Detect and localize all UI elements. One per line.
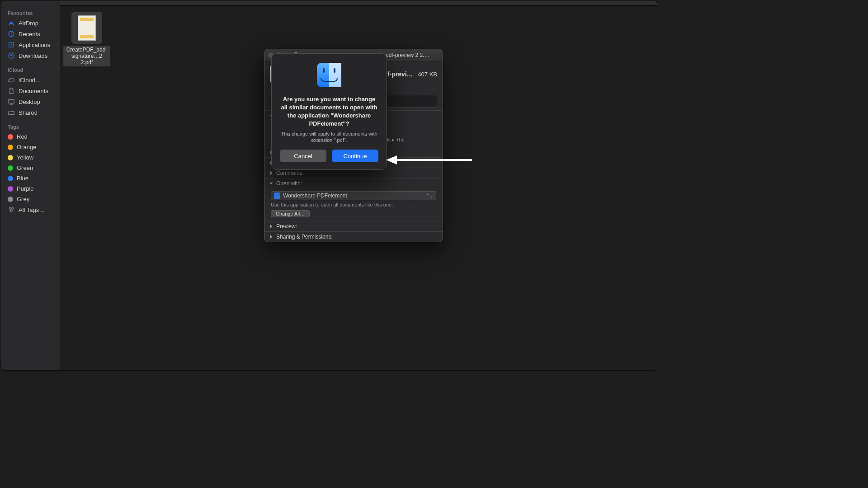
chevron-right-icon: [269, 171, 274, 175]
file-thumbnail: [71, 12, 102, 44]
section-header-open-with[interactable]: Open with:: [264, 178, 443, 188]
dialog-body: This change will apply to all documents …: [280, 131, 378, 143]
chevron-down-icon: [269, 181, 274, 186]
chevron-right-icon: [269, 224, 274, 229]
document-icon: [8, 87, 15, 94]
dialog-headline: Are you sure you want to change all simi…: [280, 95, 378, 128]
sidebar-item-airdrop[interactable]: AirDrop: [3, 18, 57, 28]
sidebar-item-label: Orange: [17, 144, 36, 150]
sidebar-tag-blue[interactable]: Blue: [3, 173, 57, 183]
tag-dot-icon: [8, 186, 13, 192]
tag-dot-icon: [8, 134, 13, 140]
sidebar-tag-yellow[interactable]: Yellow: [3, 152, 57, 163]
sidebar-tag-purple[interactable]: Purple: [3, 183, 57, 194]
sidebar-all-tags[interactable]: All Tags…: [3, 204, 57, 215]
tag-dot-icon: [8, 197, 13, 202]
sidebar-tag-green[interactable]: Green: [3, 163, 57, 173]
app-icon: [274, 192, 280, 199]
sidebar-tag-orange[interactable]: Orange: [3, 142, 57, 152]
sidebar-item-label: Shared: [19, 109, 38, 116]
change-all-button[interactable]: Change All…: [271, 210, 310, 217]
sidebar-item-downloads[interactable]: Downloads: [3, 50, 57, 61]
section-open-with: Open with: Wondershare PDFelement ⌃⌄ Use…: [264, 178, 443, 221]
file-label: CreatePDF_add-signature…2 2.pdf: [63, 46, 110, 66]
svg-point-5: [9, 207, 11, 209]
airdrop-icon: [8, 19, 15, 27]
sidebar-item-documents[interactable]: Documents: [3, 85, 57, 96]
desktop-icon: [8, 98, 15, 105]
svg-point-6: [12, 207, 14, 209]
section-header-preview[interactable]: Preview:: [264, 221, 443, 231]
sidebar-item-label: Applications: [19, 42, 50, 48]
sidebar: Favourites AirDrop Recents Applications …: [0, 0, 60, 370]
sidebar-item-icloud-drive[interactable]: iCloud…: [3, 75, 57, 85]
sidebar-item-label: Documents: [19, 88, 48, 94]
toolbar: [60, 0, 658, 6]
sidebar-item-label: Downloads: [19, 52, 47, 59]
continue-button[interactable]: Continue: [332, 150, 378, 162]
sidebar-item-label: Red: [17, 133, 28, 140]
finder-app-icon: [317, 63, 341, 87]
sidebar-item-label: Blue: [17, 175, 28, 182]
sidebar-item-label: Recents: [19, 31, 40, 38]
chevron-right-icon: [269, 235, 274, 239]
cloud-icon: [8, 76, 15, 84]
sidebar-item-recents[interactable]: Recents: [3, 28, 57, 39]
sidebar-tag-red[interactable]: Red: [3, 131, 57, 142]
sidebar-item-label: Grey: [17, 196, 29, 202]
sidebar-item-label: Purple: [17, 185, 34, 192]
sidebar-item-label: All Tags…: [19, 206, 45, 213]
sidebar-header-icloud: iCloud: [3, 61, 57, 75]
tag-dot-icon: [8, 155, 13, 160]
sidebar-item-applications[interactable]: Applications: [3, 39, 57, 50]
tag-dot-icon: [8, 165, 13, 171]
open-with-hint: Use this application to open all documen…: [271, 202, 436, 207]
section-header-sharing[interactable]: Sharing & Permissions:: [264, 232, 443, 242]
tag-dot-icon: [8, 176, 13, 181]
applications-icon: [8, 41, 15, 48]
sidebar-header-tags: Tags: [3, 118, 57, 131]
sidebar-item-shared[interactable]: Shared: [3, 107, 57, 118]
confirm-change-all-dialog: Are you sure you want to change all simi…: [271, 53, 387, 170]
all-tags-icon: [8, 206, 15, 213]
file-item[interactable]: CreatePDF_add-signature…2 2.pdf: [66, 12, 107, 66]
svg-rect-4: [9, 99, 14, 103]
clock-icon: [8, 30, 15, 38]
svg-point-7: [10, 210, 12, 212]
sidebar-item-label: Yellow: [17, 154, 33, 161]
info-file-size: 407 KB: [418, 71, 437, 78]
select-arrows-icon: ⌃⌄: [426, 193, 433, 198]
open-with-select[interactable]: Wondershare PDFelement ⌃⌄: [271, 191, 436, 200]
dialog-buttons: Cancel Continue: [280, 150, 378, 162]
shared-folder-icon: [8, 109, 15, 116]
sidebar-item-label: AirDrop: [19, 20, 38, 27]
sidebar-header-favourites: Favourites: [3, 4, 57, 18]
sidebar-tag-grey[interactable]: Grey: [3, 194, 57, 204]
sidebar-item-desktop[interactable]: Desktop: [3, 96, 57, 107]
sidebar-item-label: iCloud…: [19, 77, 41, 84]
download-icon: [8, 52, 15, 59]
tag-dot-icon: [8, 145, 13, 150]
section-body-open-with: Wondershare PDFelement ⌃⌄ Use this appli…: [264, 188, 443, 221]
cancel-button[interactable]: Cancel: [280, 150, 326, 162]
open-with-app-name: Wondershare PDFelement: [283, 192, 347, 199]
sidebar-item-label: Green: [17, 164, 33, 171]
sidebar-item-label: Desktop: [19, 99, 40, 105]
